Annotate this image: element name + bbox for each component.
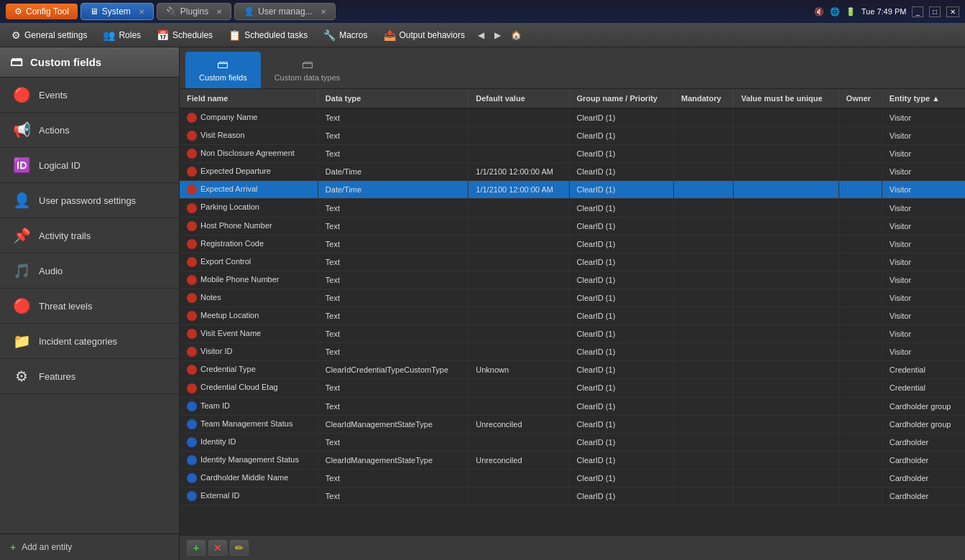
app-tab-user-manage[interactable]: 👤 User manag... ✕ [234,3,335,20]
table-row[interactable]: Parking LocationTextClearID (1)Visitor [180,199,965,217]
mute-icon[interactable]: 🔇 [814,7,824,17]
row-icon [187,293,197,303]
output-behaviors-label: Output behaviors [400,30,465,40]
table-row[interactable]: NotesTextClearID (1)Visitor [180,289,965,307]
table-row[interactable]: Company NameTextClearID (1)Visitor [180,108,965,127]
add-entity-button[interactable]: + Add an entity [0,533,179,560]
threat-levels-icon: 🔴 [11,297,32,314]
sidebar-item-incident-categories[interactable]: 📁 Incident categories [0,324,179,359]
nav-back-arrow[interactable]: ◀ [474,27,489,43]
row-icon [187,347,197,357]
network-icon[interactable]: 🌐 [830,7,840,17]
col-value-unique[interactable]: Value must be unique [734,89,839,108]
table-row[interactable]: Visit Event NameTextClearID (1)Visitor [180,325,965,343]
tab-custom-fields[interactable]: 🗃 Custom fields [185,52,261,88]
row-icon [187,149,197,159]
table-row[interactable]: Identity IDTextClearID (1)Cardholder [180,433,965,451]
app-tab-config-tool[interactable]: ⚙ Config Tool [6,4,78,19]
sidebar-item-features[interactable]: ⚙ Features [0,359,179,394]
col-mandatory[interactable]: Mandatory [673,89,734,108]
nav-roles[interactable]: 👥 Roles [96,27,148,44]
window-close-icon[interactable]: ✕ [946,6,959,17]
col-data-type[interactable]: Data type [318,89,468,108]
delete-row-button[interactable]: ✕ [208,540,227,556]
table-row[interactable]: Export ControlTextClearID (1)Visitor [180,253,965,271]
table-row[interactable]: Mobile Phone NumberTextClearID (1)Visito… [180,271,965,289]
table-row[interactable]: Expected ArrivalDate/Time1/1/2100 12:00:… [180,181,965,199]
sidebar-item-audio[interactable]: 🎵 Audio [0,253,179,289]
content-tabs: 🗃 Custom fields 🗃 Custom data types [180,47,965,89]
tab-custom-data-types[interactable]: 🗃 Custom data types [261,52,354,88]
add-entity-plus-icon: + [10,541,16,553]
row-icon [187,257,197,267]
features-icon: ⚙ [11,368,32,385]
row-icon [187,383,197,393]
plugins-close-icon[interactable]: ✕ [216,8,222,16]
col-default-value[interactable]: Default value [468,89,569,108]
col-group-name[interactable]: Group name / Priority [569,89,673,108]
user-password-label: User password settings [39,195,136,206]
nav-macros[interactable]: 🔧 Macros [316,27,374,44]
table-row[interactable]: Registration CodeTextClearID (1)Visitor [180,235,965,253]
sidebar-item-logical-id[interactable]: 🆔 Logical ID [0,148,179,183]
restore-icon[interactable]: □ [929,6,941,17]
nav-schedules[interactable]: 📅 Schedules [149,27,220,44]
col-owner[interactable]: Owner [839,89,882,108]
user-manage-label: User manag... [258,6,312,17]
sidebar-item-user-password[interactable]: 👤 User password settings [0,183,179,218]
sidebar: 🗃 Custom fields 🔴 Events 📢 Actions 🆔 Log… [0,47,180,560]
row-icon [187,419,197,429]
config-tool-icon: ⚙ [14,6,22,17]
sidebar-item-events[interactable]: 🔴 Events [0,78,179,113]
taskbar-right: 🔇 🌐 🔋 Tue 7:49 PM _ □ ✕ [814,6,959,17]
plugins-label: Plugins [180,6,208,17]
table-row[interactable]: Cardholder Middle NameTextClearID (1)Car… [180,469,965,487]
macros-label: Macros [339,30,367,40]
table-row[interactable]: Team IDTextClearID (1)Cardholder group [180,397,965,415]
config-tool-label: Config Tool [26,6,69,17]
sidebar-item-activity-trails[interactable]: 📌 Activity trails [0,218,179,253]
table-row[interactable]: Meetup LocationTextClearID (1)Visitor [180,307,965,325]
table-row[interactable]: Identity Management StatusClearIdManagem… [180,451,965,469]
nav-forward-arrow[interactable]: ▶ [490,27,505,43]
user-manage-close-icon[interactable]: ✕ [320,8,326,16]
row-icon [187,311,197,321]
schedules-label: Schedules [172,30,213,40]
content-area: 🗃 Custom fields 🗃 Custom data types Fiel… [180,47,965,560]
sidebar-item-threat-levels[interactable]: 🔴 Threat levels [0,289,179,324]
table-row[interactable]: Credential Cloud EtagTextClearID (1)Cred… [180,379,965,397]
nav-scheduled-tasks[interactable]: 📋 Scheduled tasks [221,27,315,44]
table-row[interactable]: Non Disclosure AgreementTextClearID (1)V… [180,145,965,163]
add-row-button[interactable]: + [187,540,206,556]
scheduled-tasks-label: Scheduled tasks [244,30,308,40]
nav-output-behaviors[interactable]: 📤 Output behaviors [377,27,472,44]
row-icon [187,131,197,141]
minimize-icon[interactable]: _ [912,6,923,17]
row-icon [187,185,197,195]
output-behaviors-icon: 📤 [384,29,396,41]
clock: Tue 7:49 PM [862,7,907,16]
table-row[interactable]: Team Management StatusClearIdManagementS… [180,415,965,433]
col-entity-type[interactable]: Entity type ▲ [882,89,965,108]
user-password-icon: 👤 [11,192,32,209]
table-row[interactable]: Visit ReasonTextClearID (1)Visitor [180,127,965,145]
row-icon [187,329,197,339]
add-entity-label: Add an entity [22,542,72,552]
table-row[interactable]: Visitor IDTextClearID (1)Visitor [180,343,965,361]
row-icon [187,401,197,411]
logical-id-icon: 🆔 [11,157,32,174]
table-row[interactable]: Expected DepartureDate/Time1/1/2100 12:0… [180,163,965,181]
table-row[interactable]: Credential TypeClearIdCredentialTypeCust… [180,361,965,379]
col-field-name[interactable]: Field name [180,89,318,108]
app-tab-plugins[interactable]: 🔌 Plugins ✕ [157,3,231,20]
system-close-icon[interactable]: ✕ [139,8,144,16]
table-row[interactable]: Host Phone NumberTextClearID (1)Visitor [180,217,965,235]
app-tab-system[interactable]: 🖥 System ✕ [80,3,154,20]
sidebar-item-actions[interactable]: 📢 Actions [0,113,179,148]
nav-general-settings[interactable]: ⚙ General settings [4,27,94,44]
threat-levels-label: Threat levels [39,301,92,312]
table-header: Field name Data type Default value Group… [180,89,965,108]
table-row[interactable]: External IDTextClearID (1)Cardholder [180,487,965,505]
edit-row-button[interactable]: ✏ [230,540,249,556]
nav-home-icon[interactable]: 🏠 [507,27,526,43]
